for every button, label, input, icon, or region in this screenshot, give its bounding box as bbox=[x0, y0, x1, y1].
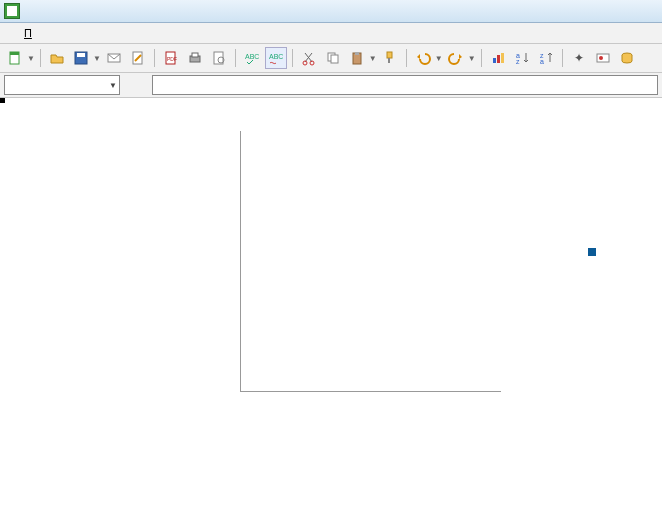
open-icon[interactable] bbox=[46, 47, 68, 69]
cut-icon[interactable] bbox=[298, 47, 320, 69]
menu-help[interactable] bbox=[124, 31, 136, 35]
svg-text:a: a bbox=[540, 58, 544, 65]
fill-handle[interactable] bbox=[0, 98, 5, 103]
cell-reference-input[interactable]: ▼ bbox=[4, 75, 120, 95]
cell-reference-dropdown-icon[interactable]: ▼ bbox=[109, 81, 117, 90]
chart-icon[interactable] bbox=[487, 47, 509, 69]
new-doc-icon[interactable] bbox=[4, 47, 26, 69]
paste-dropdown-icon[interactable]: ▼ bbox=[369, 54, 377, 63]
menu-insert[interactable] bbox=[54, 31, 66, 35]
active-cell-outline bbox=[0, 98, 4, 102]
print-preview-icon[interactable] bbox=[208, 47, 230, 69]
svg-text:ABC: ABC bbox=[269, 53, 283, 60]
menu-bar: П bbox=[0, 23, 662, 44]
copy-icon[interactable] bbox=[322, 47, 344, 69]
redo-dropdown-icon[interactable]: ▼ bbox=[468, 54, 476, 63]
svg-point-29 bbox=[599, 56, 603, 60]
pdf-export-icon[interactable]: PDF bbox=[160, 47, 182, 69]
chart-plot-area bbox=[240, 131, 501, 392]
legend-swatch-icon bbox=[588, 248, 596, 256]
menu-format[interactable] bbox=[68, 31, 80, 35]
new-doc-dropdown-icon[interactable]: ▼ bbox=[27, 54, 35, 63]
svg-rect-19 bbox=[355, 52, 359, 55]
print-icon[interactable] bbox=[184, 47, 206, 69]
spreadsheet-grid[interactable] bbox=[0, 98, 662, 525]
svg-rect-9 bbox=[192, 53, 198, 57]
svg-rect-20 bbox=[387, 52, 392, 58]
menu-data[interactable] bbox=[96, 31, 108, 35]
svg-text:ABC: ABC bbox=[245, 53, 259, 60]
menu-view[interactable] bbox=[40, 31, 52, 35]
svg-rect-21 bbox=[493, 58, 496, 63]
paste-icon[interactable] bbox=[346, 47, 368, 69]
main-toolbar: ▼ ▼ PDF ABC ABC ▼ ▼ ▼ az za ✦ bbox=[0, 44, 662, 73]
svg-rect-23 bbox=[501, 53, 504, 63]
undo-dropdown-icon[interactable]: ▼ bbox=[435, 54, 443, 63]
formula-input[interactable] bbox=[152, 75, 658, 95]
email-icon[interactable] bbox=[103, 47, 125, 69]
save-icon[interactable] bbox=[70, 47, 92, 69]
sort-desc-icon[interactable]: za bbox=[535, 47, 557, 69]
chart-legend bbox=[588, 248, 600, 256]
auto-spellcheck-icon[interactable]: ABC bbox=[265, 47, 287, 69]
menu-file[interactable] bbox=[4, 31, 16, 35]
menu-tools[interactable] bbox=[82, 31, 94, 35]
app-icon bbox=[4, 3, 20, 19]
navigator-icon[interactable]: ✦ bbox=[568, 47, 590, 69]
svg-rect-17 bbox=[331, 55, 338, 63]
formula-bar: ▼ bbox=[0, 73, 662, 98]
svg-rect-22 bbox=[497, 55, 500, 63]
undo-icon[interactable] bbox=[412, 47, 434, 69]
menu-edit[interactable]: П bbox=[18, 25, 38, 41]
spellcheck-icon[interactable]: ABC bbox=[241, 47, 263, 69]
datasources-icon[interactable] bbox=[616, 47, 638, 69]
redo-icon[interactable] bbox=[445, 47, 467, 69]
save-dropdown-icon[interactable]: ▼ bbox=[93, 54, 101, 63]
menu-window[interactable] bbox=[110, 31, 122, 35]
svg-text:z: z bbox=[516, 58, 520, 65]
title-bar bbox=[0, 0, 662, 23]
svg-rect-1 bbox=[10, 52, 19, 55]
svg-text:PDF: PDF bbox=[167, 56, 177, 62]
format-paintbrush-icon[interactable] bbox=[379, 47, 401, 69]
svg-rect-3 bbox=[77, 53, 85, 57]
gallery-icon[interactable] bbox=[592, 47, 614, 69]
edit-mode-icon[interactable] bbox=[127, 47, 149, 69]
sort-asc-icon[interactable]: az bbox=[511, 47, 533, 69]
embedded-chart[interactable] bbox=[200, 123, 600, 423]
